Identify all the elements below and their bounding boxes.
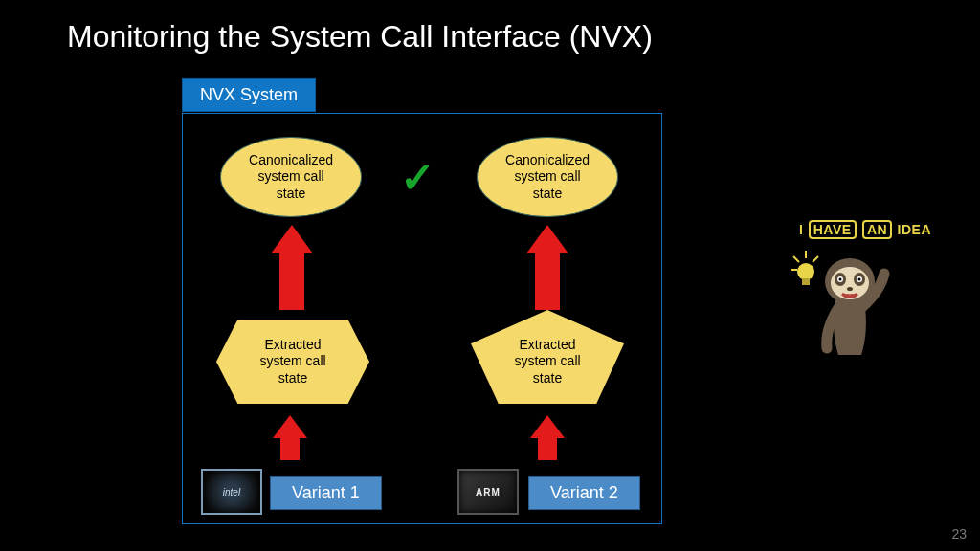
extracted-state-left-text: Extracted system call state bbox=[259, 337, 325, 387]
intel-chip-icon: intel bbox=[201, 469, 262, 515]
canonical-state-right-text: Canonicalized system call state bbox=[505, 152, 590, 203]
sloth-idea-graphic: I HAVE AN IDEA bbox=[789, 220, 942, 360]
canonical-state-right: Canonicalized system call state bbox=[477, 137, 618, 217]
svg-point-11 bbox=[839, 278, 842, 281]
arrow-icon bbox=[526, 225, 568, 253]
svg-line-2 bbox=[813, 256, 818, 262]
canonical-state-left-text: Canonicalized system call state bbox=[249, 152, 333, 203]
extracted-state-left: Extracted system call state bbox=[216, 320, 369, 404]
arm-chip-label: ARM bbox=[476, 487, 501, 497]
slide-title: Monitoring the System Call Interface (NV… bbox=[67, 19, 653, 55]
variant-2-label: Variant 2 bbox=[528, 476, 640, 510]
svg-line-1 bbox=[793, 256, 799, 262]
arrow-icon bbox=[279, 253, 304, 310]
idea-word: I bbox=[799, 222, 803, 237]
lightbulb-icon bbox=[789, 249, 823, 291]
arrow-icon bbox=[538, 437, 557, 460]
idea-word: HAVE bbox=[809, 220, 857, 239]
idea-word: IDEA bbox=[898, 222, 931, 237]
arrow-icon bbox=[535, 253, 560, 310]
arrow-icon bbox=[271, 225, 313, 253]
slide-number: 23 bbox=[951, 526, 967, 541]
svg-point-13 bbox=[858, 278, 861, 281]
checkmark-icon: ✓ bbox=[400, 153, 435, 202]
arm-chip-icon: ARM bbox=[457, 469, 519, 515]
arrow-icon bbox=[280, 437, 300, 460]
arrow-icon bbox=[530, 415, 565, 438]
idea-word: AN bbox=[862, 220, 892, 239]
extracted-state-right-text: Extracted system call state bbox=[514, 327, 580, 387]
svg-point-4 bbox=[797, 263, 814, 280]
nvx-system-label: NVX System bbox=[182, 78, 316, 112]
idea-caption: I HAVE AN IDEA bbox=[789, 220, 942, 239]
intel-chip-label: intel bbox=[223, 487, 240, 497]
variant-1-label: Variant 1 bbox=[270, 476, 382, 510]
svg-rect-5 bbox=[802, 278, 810, 285]
svg-point-14 bbox=[847, 287, 853, 291]
canonical-state-left: Canonicalized system call state bbox=[220, 137, 362, 217]
arrow-icon bbox=[273, 415, 307, 438]
